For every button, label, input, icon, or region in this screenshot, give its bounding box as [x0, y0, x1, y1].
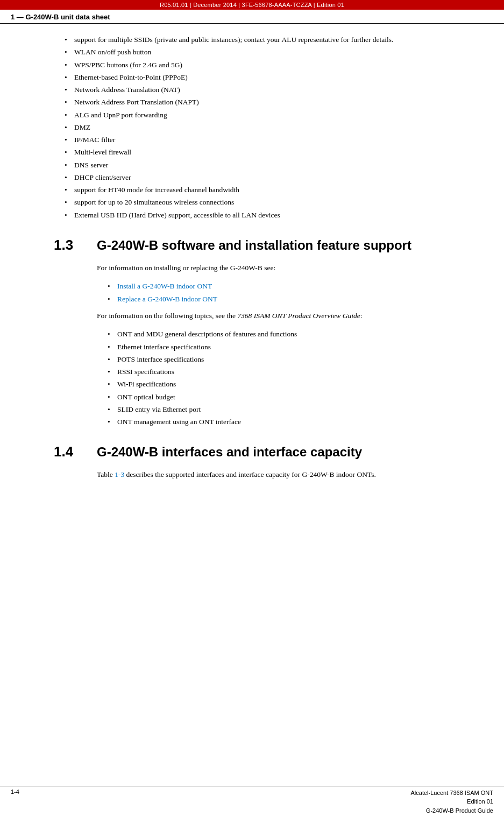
list-item: Network Address Translation (NAT) — [65, 84, 461, 95]
section-13-content: For information on installing or replaci… — [54, 262, 461, 428]
list-item: Network Address Port Translation (NAPT) — [65, 97, 461, 108]
section-14-heading: 1.4 G-240W-B interfaces and interface ca… — [54, 443, 461, 460]
list-item: Ethernet interface specifications — [108, 342, 461, 353]
header-bar: R05.01.01 | December 2014 | 3FE-56678-AA… — [0, 0, 504, 10]
section-13-number: 1.3 — [54, 237, 97, 253]
list-item: Wi-Fi specifications — [108, 379, 461, 390]
footer-product-name: Alcatel-Lucent 7368 ISAM ONT — [411, 788, 493, 798]
section-14-content: Table 1-3 describes the supported interf… — [54, 469, 461, 481]
section-14-body: Table 1-3 describes the supported interf… — [97, 469, 461, 481]
section-13-heading: 1.3 G-240W-B software and installation f… — [54, 237, 461, 253]
list-item: support for up to 20 simultaneous wirele… — [65, 197, 461, 208]
section-14-number: 1.4 — [54, 443, 97, 460]
list-item: support for HT40 mode for increased chan… — [65, 185, 461, 195]
section-14-title: G-240W-B interfaces and interface capaci… — [97, 445, 362, 460]
body-text-after: describes the supported interfaces and i… — [124, 470, 376, 478]
chapter-header-text: 1 — G-240W-B unit data sheet — [11, 13, 110, 21]
section-13-title: G-240W-B software and installation featu… — [97, 238, 411, 253]
footer-right: Alcatel-Lucent 7368 ISAM ONT Edition 01 … — [411, 788, 493, 815]
section-13-links-list: Install a G-240W-B indoor ONT Replace a … — [97, 281, 461, 305]
intro-bullet-list: support for multiple SSIDs (private and … — [54, 34, 461, 221]
list-item: DNS server — [65, 160, 461, 171]
list-item: WLAN on/off push button — [65, 47, 461, 58]
list-item: WPS/PBC buttons (for 2.4G and 5G) — [65, 60, 461, 71]
table-ref-link[interactable]: 1-3 — [115, 470, 124, 478]
install-link[interactable]: Install a G-240W-B indoor ONT — [117, 282, 212, 290]
list-item: Multi-level firewall — [65, 147, 461, 158]
list-item: ALG and UpnP port forwarding — [65, 110, 461, 121]
list-item-link: Install a G-240W-B indoor ONT — [108, 281, 461, 292]
footer-page-number: 1-4 — [11, 788, 19, 795]
list-item: IP/MAC filter — [65, 135, 461, 145]
list-item: SLID entry via Ethernet port — [108, 404, 461, 415]
guide-text-before: For information on the following topics,… — [97, 312, 237, 320]
list-item: Ethernet-based Point-to-Point (PPPoE) — [65, 72, 461, 83]
list-item: External USB HD (Hard Drive) support, ac… — [65, 210, 461, 221]
header-text: R05.01.01 | December 2014 | 3FE-56678-AA… — [160, 2, 344, 8]
list-item: DMZ — [65, 122, 461, 133]
guide-name: 7368 ISAM ONT Product Overview Guide — [237, 312, 360, 320]
list-item: DHCP client/server — [65, 172, 461, 183]
list-item: POTS interface specifications — [108, 354, 461, 365]
section-13-guide-bullets: ONT and MDU general descriptions of feat… — [97, 329, 461, 427]
replace-link[interactable]: Replace a G-240W-B indoor ONT — [117, 295, 217, 303]
list-item: ONT management using an ONT interface — [108, 417, 461, 427]
list-item: RSSI specifications — [108, 367, 461, 377]
footer-guide-name: G-240W-B Product Guide — [411, 806, 493, 815]
guide-text-after: : — [360, 312, 363, 320]
chapter-header: 1 — G-240W-B unit data sheet — [0, 10, 504, 24]
list-item-link: Replace a G-240W-B indoor ONT — [108, 294, 461, 305]
section-13-intro: For information on installing or replaci… — [97, 262, 461, 274]
section-13-guide-text: For information on the following topics,… — [97, 310, 461, 322]
body-text-before: Table — [97, 470, 115, 478]
page-footer: 1-4 Alcatel-Lucent 7368 ISAM ONT Edition… — [0, 786, 504, 818]
list-item: ONT optical budget — [108, 392, 461, 403]
footer-edition: Edition 01 — [411, 797, 493, 806]
main-content: support for multiple SSIDs (private and … — [0, 24, 504, 499]
list-item: support for multiple SSIDs (private and … — [65, 34, 461, 45]
list-item: ONT and MDU general descriptions of feat… — [108, 329, 461, 340]
